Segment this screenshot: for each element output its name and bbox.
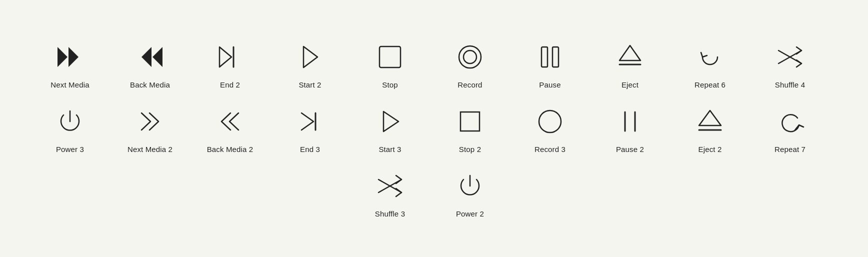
svg-marker-1 — [68, 47, 78, 67]
icon-row-2: Power 3 Next Media 2 Back Media 2 — [30, 104, 838, 154]
record-icon — [452, 40, 488, 74]
svg-point-8 — [459, 46, 481, 68]
repeat-7-label: Repeat 7 — [774, 145, 806, 154]
icon-item-back-media-2[interactable]: Back Media 2 — [190, 104, 270, 154]
repeat-7-icon — [772, 104, 808, 139]
icon-item-repeat-6[interactable]: Repeat 6 — [670, 40, 750, 89]
icon-item-next-media-2[interactable]: Next Media 2 — [110, 104, 190, 154]
stop-2-label: Stop 2 — [459, 145, 481, 154]
shuffle-4-label: Shuffle 4 — [775, 80, 805, 89]
stop-label: Stop — [382, 80, 398, 89]
icon-row-3: Shuffle 3 Power 2 — [30, 168, 838, 218]
icon-grid: Next Media Back Media End 2 — [0, 34, 868, 223]
icon-row-1: Next Media Back Media End 2 — [30, 40, 838, 89]
next-media-2-icon — [132, 104, 168, 139]
shuffle-3-icon — [372, 168, 408, 204]
svg-rect-7 — [380, 46, 400, 68]
icon-item-power-2[interactable]: Power 2 — [430, 168, 510, 218]
svg-rect-11 — [552, 47, 558, 67]
back-media-label: Back Media — [130, 80, 170, 89]
eject-2-icon — [692, 104, 728, 139]
eject-icon — [612, 40, 648, 74]
record-3-icon — [532, 104, 568, 139]
power-2-label: Power 2 — [456, 210, 484, 218]
svg-point-9 — [464, 50, 476, 64]
shuffle-4-icon — [772, 40, 808, 74]
record-3-label: Record 3 — [534, 145, 566, 154]
power-3-icon — [52, 104, 88, 139]
pause-label: Pause — [539, 80, 560, 89]
icon-item-record[interactable]: Record — [430, 40, 510, 89]
power-2-icon — [452, 168, 488, 204]
end-2-icon — [212, 40, 248, 74]
svg-marker-17 — [384, 112, 398, 132]
icon-item-record-3[interactable]: Record 3 — [510, 104, 590, 154]
end-2-label: End 2 — [220, 80, 240, 89]
pause-icon — [532, 40, 568, 74]
icon-item-repeat-7[interactable]: Repeat 7 — [750, 104, 830, 154]
icon-item-next-media[interactable]: Next Media — [30, 40, 110, 89]
icon-item-start-3[interactable]: Start 3 — [350, 104, 430, 154]
icon-item-end-2[interactable]: End 2 — [190, 40, 270, 89]
icon-item-end-3[interactable]: End 3 — [270, 104, 350, 154]
svg-marker-12 — [620, 46, 640, 60]
icon-item-start-2[interactable]: Start 2 — [270, 40, 350, 89]
record-label: Record — [458, 80, 482, 89]
start-3-label: Start 3 — [378, 145, 401, 154]
repeat-6-label: Repeat 6 — [694, 80, 726, 89]
icon-item-pause[interactable]: Pause — [510, 40, 590, 89]
icon-item-stop-2[interactable]: Stop 2 — [430, 104, 510, 154]
svg-marker-3 — [142, 47, 152, 67]
svg-rect-18 — [460, 112, 480, 131]
back-media-icon — [132, 40, 168, 74]
svg-marker-4 — [220, 47, 232, 67]
stop-2-icon — [452, 104, 488, 139]
icon-item-back-media[interactable]: Back Media — [110, 40, 190, 89]
svg-marker-6 — [304, 46, 318, 68]
icon-item-shuffle-3[interactable]: Shuffle 3 — [350, 168, 430, 218]
next-media-label: Next Media — [50, 80, 89, 89]
icon-item-eject-2[interactable]: Eject 2 — [670, 104, 750, 154]
stop-icon — [372, 40, 408, 74]
svg-marker-0 — [58, 47, 68, 67]
end-3-icon — [292, 104, 328, 139]
icon-item-power-3[interactable]: Power 3 — [30, 104, 110, 154]
next-media-icon — [52, 40, 88, 74]
pause-2-label: Pause 2 — [616, 145, 644, 154]
back-media-2-icon — [212, 104, 248, 139]
power-3-label: Power 3 — [56, 145, 84, 154]
back-media-2-label: Back Media 2 — [207, 145, 254, 154]
shuffle-3-label: Shuffle 3 — [375, 210, 405, 218]
svg-rect-10 — [542, 47, 548, 67]
start-2-icon — [292, 40, 328, 74]
eject-2-label: Eject 2 — [698, 145, 722, 154]
repeat-6-icon — [692, 40, 728, 74]
svg-point-19 — [539, 110, 561, 132]
start-2-label: Start 2 — [298, 80, 321, 89]
svg-marker-2 — [152, 47, 162, 67]
icon-item-eject[interactable]: Eject — [590, 40, 670, 89]
eject-label: Eject — [622, 80, 638, 89]
start-3-icon — [372, 104, 408, 139]
end-3-label: End 3 — [300, 145, 320, 154]
svg-marker-22 — [699, 110, 721, 126]
next-media-2-label: Next Media 2 — [128, 145, 172, 154]
icon-item-stop[interactable]: Stop — [350, 40, 430, 89]
icon-item-pause-2[interactable]: Pause 2 — [590, 104, 670, 154]
pause-2-icon — [612, 104, 648, 139]
icon-item-shuffle-4[interactable]: Shuffle 4 — [750, 40, 830, 89]
